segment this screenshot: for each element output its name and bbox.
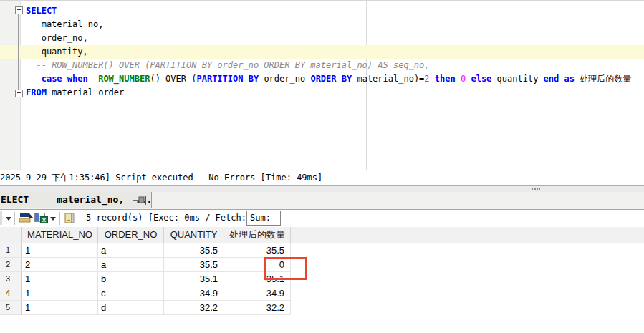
sql-token: quantity, bbox=[26, 47, 88, 57]
pin-icon[interactable] bbox=[133, 195, 147, 206]
row-number[interactable]: 2 bbox=[0, 258, 22, 272]
sql-token: 处理后的数量 bbox=[575, 74, 631, 84]
export-options-arrow-icon[interactable] bbox=[50, 217, 56, 221]
sql-token: order_no bbox=[259, 74, 310, 84]
sql-token: () OVER ( bbox=[150, 74, 196, 84]
code-line[interactable]: quantity, bbox=[0, 45, 644, 59]
code-line[interactable]: SELECT bbox=[0, 4, 644, 18]
grid-cell[interactable]: a bbox=[98, 258, 164, 272]
toolbar-separator bbox=[80, 212, 80, 225]
results-tab-strip: ELECT material_no, ... bbox=[0, 192, 644, 210]
sql-tool-window: SELECT material_no, order_no, quantity, … bbox=[0, 0, 644, 333]
toolbar-separator bbox=[59, 212, 60, 225]
grid-cell[interactable]: 35.5 bbox=[224, 243, 291, 258]
sql-token bbox=[456, 74, 461, 84]
grid-cell[interactable]: 34.9 bbox=[224, 286, 291, 301]
grid-cell[interactable]: 32.2 bbox=[164, 301, 224, 315]
row-number[interactable]: 5 bbox=[0, 301, 22, 315]
sql-token bbox=[88, 74, 98, 84]
row-number[interactable]: 3 bbox=[0, 272, 22, 286]
sql-token bbox=[26, 60, 36, 70]
fold-connector-line bbox=[18, 13, 19, 90]
script-icon[interactable] bbox=[63, 212, 76, 225]
row-number[interactable]: 1 bbox=[0, 243, 22, 258]
code-area[interactable]: SELECT material_no, order_no, quantity, … bbox=[0, 4, 644, 100]
code-line[interactable]: FROM material_order bbox=[0, 86, 644, 100]
sql-token: quantity bbox=[491, 74, 543, 84]
grid-cell[interactable]: a bbox=[98, 243, 164, 258]
column-header[interactable]: ORDER_NO bbox=[98, 227, 164, 243]
sum-field[interactable]: Sum: bbox=[246, 211, 281, 226]
sql-token: material_no)= bbox=[352, 74, 424, 84]
grid-header-row: MATERIAL_NOORDER_NOQUANTITY处理后的数量 bbox=[0, 227, 644, 243]
grid-cell[interactable]: 1 bbox=[22, 243, 98, 258]
sql-token: case when bbox=[42, 74, 88, 84]
sql-token: 2 bbox=[424, 74, 429, 84]
code-line[interactable]: -- ROW_NUMBER() OVER (PARTITION BY order… bbox=[0, 59, 644, 72]
sql-token: then bbox=[435, 74, 456, 84]
toolbar-separator bbox=[14, 212, 15, 225]
code-line[interactable]: case when ROW_NUMBER() OVER (PARTITION B… bbox=[0, 72, 644, 86]
column-header[interactable]: QUANTITY bbox=[164, 227, 224, 243]
grid-cell[interactable]: 1 bbox=[22, 286, 98, 301]
sql-token: -- ROW_NUMBER() OVER (PARTITION BY order… bbox=[36, 60, 429, 70]
grid-cell[interactable]: 35.1 bbox=[164, 272, 224, 286]
table-row[interactable]: 22a35.50 bbox=[0, 258, 644, 272]
grid-body: 11a35.535.522a35.5031b35.135.141c34.934.… bbox=[0, 243, 644, 315]
dropdown-arrow-icon[interactable] bbox=[6, 217, 11, 221]
tab-result-grid[interactable]: ELECT material_no, ... bbox=[0, 192, 152, 208]
grid-cell[interactable]: 2 bbox=[22, 258, 98, 272]
tab-label: ELECT material_no, ... bbox=[1, 194, 152, 205]
fold-collapse-icon[interactable] bbox=[15, 90, 23, 97]
column-header[interactable]: MATERIAL_NO bbox=[22, 227, 98, 243]
row-number[interactable]: 4 bbox=[0, 286, 22, 301]
highlight-box bbox=[264, 257, 307, 280]
script-output-message: 2025-9-29 下午1:35:46] Script executed - N… bbox=[0, 170, 644, 185]
code-line[interactable]: material_no, bbox=[0, 18, 644, 32]
row-number-header bbox=[0, 227, 22, 243]
sql-token: PARTITION BY bbox=[196, 74, 259, 84]
grid-cell[interactable]: c bbox=[98, 286, 164, 301]
fold-collapse-icon[interactable] bbox=[15, 6, 23, 14]
sql-token bbox=[26, 74, 42, 84]
record-count-status: 5 record(s) [Exec: 0ms / Fetch: 0ms] bbox=[86, 213, 272, 223]
sql-token: ROW_NUMBER bbox=[98, 74, 150, 84]
code-line[interactable]: order_no, bbox=[0, 32, 644, 45]
sql-token: order_no, bbox=[26, 33, 88, 43]
table-row[interactable]: 11a35.535.5 bbox=[0, 243, 644, 258]
export-to-excel-icon[interactable]: X bbox=[34, 212, 49, 224]
splitter-grip-icon[interactable] bbox=[532, 188, 544, 190]
svg-text:X: X bbox=[42, 217, 47, 223]
sql-token bbox=[430, 74, 435, 84]
sql-token: material_no, bbox=[26, 19, 103, 29]
grid-cell[interactable]: 32.2 bbox=[224, 301, 291, 315]
sql-token: ORDER BY bbox=[310, 74, 352, 84]
sql-token: FROM bbox=[26, 87, 47, 97]
grid-cell[interactable]: 35.5 bbox=[164, 243, 224, 258]
sql-token: SELECT bbox=[26, 6, 57, 16]
column-header[interactable]: 处理后的数量 bbox=[224, 227, 291, 243]
grid-cell[interactable]: 1 bbox=[22, 272, 98, 286]
table-row[interactable]: 31b35.135.1 bbox=[0, 272, 644, 286]
sql-editor[interactable]: SELECT material_no, order_no, quantity, … bbox=[0, 1, 644, 170]
table-row[interactable]: 51d32.232.2 bbox=[0, 301, 644, 315]
sql-token: end as bbox=[544, 74, 575, 84]
grid-cell[interactable]: d bbox=[98, 301, 164, 315]
grid-cell[interactable]: b bbox=[98, 272, 164, 286]
grid-cell[interactable]: 34.9 bbox=[164, 286, 224, 301]
grid-cell[interactable]: 1 bbox=[22, 301, 98, 315]
sql-token: else bbox=[471, 74, 491, 84]
grid-cell[interactable]: 35.5 bbox=[164, 258, 224, 272]
grid-toolbar: X 5 record(s) [Exec: 0ms / Fetch: 0ms] S… bbox=[0, 210, 644, 228]
cropped-button-edge bbox=[0, 211, 2, 225]
sql-token: material_order bbox=[47, 87, 124, 97]
single-record-view-icon[interactable] bbox=[19, 212, 33, 224]
table-row[interactable]: 41c34.934.9 bbox=[0, 286, 644, 301]
result-grid: MATERIAL_NOORDER_NOQUANTITY处理后的数量 11a35.… bbox=[0, 227, 644, 315]
